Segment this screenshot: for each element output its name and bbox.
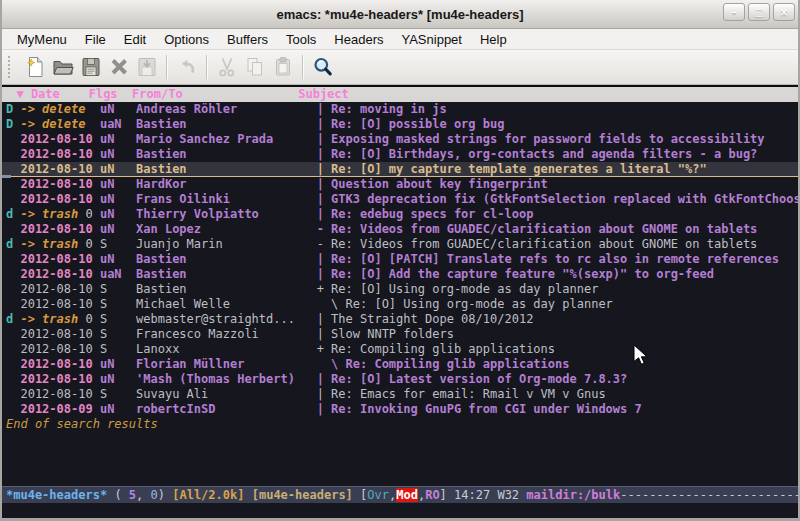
flags-field: S — [100, 297, 136, 312]
header-row[interactable]: 2012-08-10SLanoxx+ Re: Compiling glib ap… — [2, 342, 798, 357]
subject-field: | Re: [O] Birthdays, org-contacts and ag… — [317, 147, 798, 162]
header-row[interactable]: 2012-08-10uNFlorian Müllner \ Re: Compil… — [2, 357, 798, 372]
echo-area[interactable] — [2, 503, 798, 518]
mark-char — [6, 192, 20, 207]
header-row[interactable]: 2012-08-09uNrobertcInSD| Re: Invoking Gn… — [2, 402, 798, 417]
menu-item-options[interactable]: Options — [155, 31, 218, 48]
from-field: Michael Welle — [136, 297, 317, 312]
modeline-segment: maildir:/bulk — [526, 488, 620, 502]
search-button[interactable] — [309, 53, 337, 81]
modeline-segment: [mu4e-headers] — [252, 488, 353, 502]
from-field: robertcInSD — [136, 402, 317, 417]
new-file-button[interactable] — [21, 53, 49, 81]
date-field: 2012-08-10 — [20, 327, 99, 342]
modeline[interactable]: *mu4e-headers* ( 5, 0) [All/2.0k] [mu4e-… — [2, 486, 798, 503]
mark-char — [6, 267, 20, 282]
undo-button — [173, 53, 201, 81]
subject-field: | The Straight Dope 08/10/2012 — [317, 312, 798, 327]
mark-char — [6, 297, 20, 312]
new-file-icon — [23, 55, 47, 79]
mark-char — [6, 327, 20, 342]
close-buffer-button[interactable] — [105, 53, 133, 81]
header-row[interactable]: d-> trash 0SJuanjo Marin- Re: Videos fro… — [2, 237, 798, 252]
date-field: 2012-08-10 — [20, 372, 99, 387]
modeline-segment: ) — [158, 488, 172, 502]
flags-field: S — [100, 327, 136, 342]
toolbar-separator — [302, 55, 304, 79]
window-title: emacs: *mu4e-headers* [mu4e-headers] — [2, 7, 798, 22]
minimize-button[interactable]: – — [723, 3, 745, 21]
header-row[interactable]: 2012-08-10uN'Mash (Thomas Herbert)| Re: … — [2, 372, 798, 387]
undo-icon — [175, 55, 199, 79]
header-row[interactable]: D-> deleteuaNBastien| Re: [O] possible o… — [2, 117, 798, 132]
header-row-current[interactable]: 2012-08-10uNBastien| Re: [O] my capture … — [2, 162, 798, 177]
subject-field: | Re: edebug specs for cl-loop — [317, 207, 798, 222]
header-row[interactable]: d-> trash 0uNThierry Volpiatto| Re: edeb… — [2, 207, 798, 222]
header-row[interactable]: 2012-08-10uaNBastien| Re: [O] Add the ca… — [2, 267, 798, 282]
header-row[interactable]: 2012-08-10uNFrans Oilinki| GTK3 deprecat… — [2, 192, 798, 207]
menu-item-mymenu[interactable]: MyMenu — [8, 31, 76, 48]
header-row[interactable]: 2012-08-10uNMario Sanchez Prada| Exposin… — [2, 132, 798, 147]
end-of-results: End of search results — [2, 417, 798, 432]
modeline-segment: *mu4e-headers* — [6, 488, 107, 502]
header-row[interactable]: 2012-08-10SMichael Welle \ Re: [O] Using… — [2, 297, 798, 312]
subject-field: | Re: [O] my capture template generates … — [317, 162, 798, 177]
modeline-segment: Ovr — [367, 488, 389, 502]
subject-field: | GTK3 deprecation fix (GtkFontSelection… — [317, 192, 798, 207]
from-field: Lanoxx — [136, 342, 317, 357]
close-button[interactable]: × — [773, 3, 795, 21]
subject-field: | Re: Emacs for email: Rmail v VM v Gnus — [317, 387, 798, 402]
date-field: -> trash 0 — [20, 207, 99, 222]
header-row[interactable]: 2012-08-10uNBastien| Re: [O] [PATCH] Tra… — [2, 252, 798, 267]
header-row[interactable]: 2012-08-10uNBastien| Re: [O] Birthdays, … — [2, 147, 798, 162]
flags-field: S — [100, 237, 136, 252]
header-row[interactable]: 2012-08-10SSuvayu Ali| Re: Emacs for ema… — [2, 387, 798, 402]
menu-item-headers[interactable]: Headers — [325, 31, 392, 48]
header-row[interactable]: D-> deleteuNAndreas Röhler| Re: moving i… — [2, 102, 798, 117]
flags-field: uN — [100, 252, 136, 267]
modeline-segment: [ — [353, 488, 367, 502]
subject-field: \ Re: [O] Using org-mode as day planner — [317, 297, 798, 312]
mouse-cursor — [633, 344, 649, 366]
menu-item-buffers[interactable]: Buffers — [218, 31, 277, 48]
save-as-icon — [135, 55, 159, 79]
modeline-segment: 14:27 W32 — [454, 488, 526, 502]
from-field: Bastien — [136, 282, 317, 297]
menu-item-edit[interactable]: Edit — [115, 31, 155, 48]
from-field: Juanjo Marin — [136, 237, 317, 252]
from-field: Suvayu Ali — [136, 387, 317, 402]
date-field: 2012-08-10 — [20, 387, 99, 402]
subject-field: \ Re: Compiling glib applications — [317, 357, 798, 372]
toolbar-drag-handle[interactable] — [8, 56, 15, 78]
header-row[interactable]: 2012-08-10SBastien+ Re: [O] Using org-mo… — [2, 282, 798, 297]
save-buffer-button[interactable] — [77, 53, 105, 81]
subject-field: | Re: Invoking GnuPG from CGI under Wind… — [317, 402, 798, 417]
from-field: webmaster@straightd... — [136, 312, 317, 327]
titlebar[interactable]: emacs: *mu4e-headers* [mu4e-headers] – □… — [2, 0, 798, 29]
menu-item-file[interactable]: File — [76, 31, 115, 48]
menu-item-help[interactable]: Help — [471, 31, 516, 48]
flags-field: uN — [100, 402, 136, 417]
search-icon — [311, 55, 335, 79]
header-row[interactable]: 2012-08-10SFrancesco Mazzoli| Slow NNTP … — [2, 327, 798, 342]
header-line[interactable]: ▼ Date Flgs From/To Subject — [2, 85, 798, 102]
mark-char — [6, 132, 20, 147]
header-row[interactable]: d-> trash 0Swebmaster@straightd...| The … — [2, 312, 798, 327]
date-field: 2012-08-10 — [20, 357, 99, 372]
modeline-segment: 0 — [151, 488, 158, 502]
date-field: 2012-08-10 — [20, 177, 99, 192]
save-as-button — [133, 53, 161, 81]
date-field: 2012-08-10 — [20, 297, 99, 312]
open-file-button[interactable] — [49, 53, 77, 81]
emacs-window: emacs: *mu4e-headers* [mu4e-headers] – □… — [0, 0, 800, 521]
menu-item-tools[interactable]: Tools — [277, 31, 325, 48]
maximize-button[interactable]: □ — [748, 3, 770, 21]
flags-field: uN — [100, 132, 136, 147]
flags-field: S — [100, 312, 136, 327]
menu-item-yasnippet[interactable]: YASnippet — [392, 31, 470, 48]
header-row[interactable]: 2012-08-10uNXan Lopez- Re: Videos from G… — [2, 222, 798, 237]
subject-field: | Question about key fingerprint — [317, 177, 798, 192]
close-buffer-icon — [107, 55, 131, 79]
flags-field: uN — [100, 357, 136, 372]
header-row[interactable]: 2012-08-10uNHardKor| Question about key … — [2, 177, 798, 192]
